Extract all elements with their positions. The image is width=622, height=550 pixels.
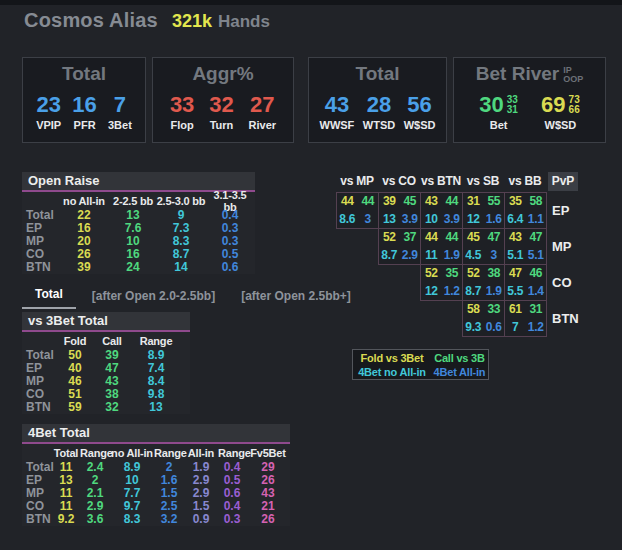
matrix-cell: 58339.30.6 [462, 300, 505, 337]
matrix-column-header: vs MP [336, 172, 378, 192]
table-cell-value: 3.2 [154, 513, 184, 526]
matrix-cell-value: 8.7 [463, 283, 484, 301]
stat-box-title: Aggr% [192, 63, 253, 85]
table-title: vs 3Bet Total [22, 312, 190, 332]
matrix-cell-value: 45 [463, 229, 484, 247]
stat-box-title: Total [356, 63, 400, 85]
hands-count: 321k [172, 11, 212, 32]
tab-after-open-1[interactable]: [after Open 2.0-2.5bb] [92, 289, 215, 309]
stat-label: W$SD [404, 119, 436, 131]
matrix-cell: 45474.53 [462, 228, 505, 265]
table-row: BTN9.23.68.33.20.90.326 [22, 513, 290, 526]
stat-label: Turn [210, 119, 234, 131]
matrix-cell-value: 58 [463, 301, 484, 319]
ip-oop-label: IPOOP [563, 66, 583, 84]
stat-value: 43 [325, 93, 349, 117]
table-row: BTN593213 [22, 401, 190, 414]
matrix-cell: 52378.72.9 [378, 228, 421, 265]
row-label: BTN [22, 261, 58, 274]
matrix-cell-value: 47 [526, 229, 547, 247]
matrix-cell-value: 39 [379, 193, 400, 211]
matrix-cell-value: 3.9 [400, 211, 421, 229]
matrix-cell-value: 1.9 [484, 283, 505, 301]
matrix-cell-value: 52 [463, 265, 484, 283]
stat-pfr: 16PFR [72, 93, 96, 131]
matrix-cell-value: 38 [484, 265, 505, 283]
stat-wssd: 56W$SD [404, 93, 436, 131]
stat-label: Flop [171, 119, 194, 131]
stat-label: River [249, 119, 277, 131]
table-cell-value: 8.3 [110, 513, 154, 526]
matrix-cell-value: 43 [505, 229, 526, 247]
matrix-cell-value: 52 [421, 265, 442, 283]
matrix-cell-value: 12 [463, 211, 484, 229]
column-header: Fold [56, 335, 94, 347]
matrix-corner-pvp: PvP [548, 172, 578, 191]
matrix-cell-value: 55 [484, 193, 505, 211]
stat-box-header: Total [309, 63, 446, 87]
column-header: Call [94, 335, 130, 347]
matrix-cell-value: 1.9 [442, 247, 463, 265]
table-header-row: no All-in2-2.5 bb2.5-3.0 bb3.1-3.5 bb [22, 192, 255, 209]
matrix-cell-value: 2.9 [400, 247, 421, 265]
table-cell-value: 26 [246, 513, 290, 526]
stat-flop: 33Flop [170, 93, 194, 131]
matrix-cell-value: 37 [400, 229, 421, 247]
stat-value: 23 [36, 93, 60, 117]
matrix-cell-value: 7 [505, 319, 526, 337]
stat-turn: 32Turn [209, 93, 233, 131]
matrix-column-header: vs BTN [420, 172, 462, 192]
matrix-cell-value: 58 [526, 193, 547, 211]
stat-wwsf: 43WWSF [320, 93, 355, 131]
matrix-cell: 4344103.9 [420, 192, 463, 229]
table-cell-value: 9.2 [52, 513, 80, 526]
matrix-cell-value: 1.6 [484, 211, 505, 229]
header: Cosmos Alias 321k Hands [24, 9, 270, 32]
matrix-cell-value: 1.4 [526, 283, 547, 301]
matrix-column-header: vs SB [462, 172, 504, 192]
matrix-cell-value: 10 [421, 211, 442, 229]
matrix-cell: 44448.63 [336, 192, 379, 229]
stat-value: 30 [479, 93, 503, 117]
matrix-row-label: EP [552, 192, 586, 228]
stat-value: 33 [170, 93, 194, 117]
matrix-cell-value: 3 [358, 211, 379, 229]
stat-box-4: Bet RiverIPOOP303331Bet697366W$SD [453, 57, 606, 143]
column-header: Total [52, 447, 80, 459]
stat-wssd: 697366W$SD [541, 93, 580, 131]
stat-wtsd: 28WTSD [363, 93, 395, 131]
matrix-cell-value: 43 [421, 193, 442, 211]
stat-value: 32 [209, 93, 233, 117]
stat-label: W$SD [545, 119, 577, 131]
stat-label: WTSD [363, 119, 395, 131]
position-vs-position-matrix: vs MPvs COvs BTNvs SBvs BBPvP44448.63394… [336, 172, 592, 338]
matrix-cell-value: 44 [358, 193, 379, 211]
stat-value: 56 [407, 93, 431, 117]
stat-box-header: Bet RiverIPOOP [454, 63, 605, 87]
stat-box-header: Aggr% [153, 63, 293, 87]
vs-3bet-table: vs 3Bet TotalFoldCallRangeTotal50398.9EP… [22, 312, 190, 414]
tab-bar: Total[after Open 2.0-2.5bb][after Open 2… [22, 287, 351, 309]
table-header-row: TotalRangeno All-inRangeAll-inRangeFv5Be… [22, 444, 290, 461]
matrix-cell-value: 45 [400, 193, 421, 211]
tab-total[interactable]: Total [22, 287, 76, 309]
table-cell-value: 14 [156, 261, 206, 274]
stat-vpip: 23VPIP [36, 93, 61, 131]
4bet-table: 4Bet TotalTotalRangeno All-inRangeAll-in… [22, 424, 290, 526]
matrix-cell-value: 13 [379, 211, 400, 229]
matrix-cell-value: 1.1 [526, 211, 547, 229]
table-row: BTN3924140.6 [22, 261, 255, 274]
matrix-cell: 47465.51.4 [504, 264, 547, 301]
matrix-cell-value: 52 [379, 229, 400, 247]
matrix-cell-value: 0.6 [484, 319, 505, 337]
column-header: no All-in [110, 447, 154, 459]
matrix-cell: 52388.71.9 [462, 264, 505, 301]
matrix-column-header: vs BB [504, 172, 546, 192]
column-header: Range [130, 335, 182, 347]
stat-subvalues: 3331 [507, 95, 518, 115]
column-header: All-in [184, 447, 218, 459]
table-cell-value: 3.6 [80, 513, 110, 526]
matrix-cell-value: 31 [463, 193, 484, 211]
stat-value: 7 [114, 93, 126, 117]
tab-after-open-2[interactable]: [after Open 2.5bb+] [241, 289, 351, 309]
